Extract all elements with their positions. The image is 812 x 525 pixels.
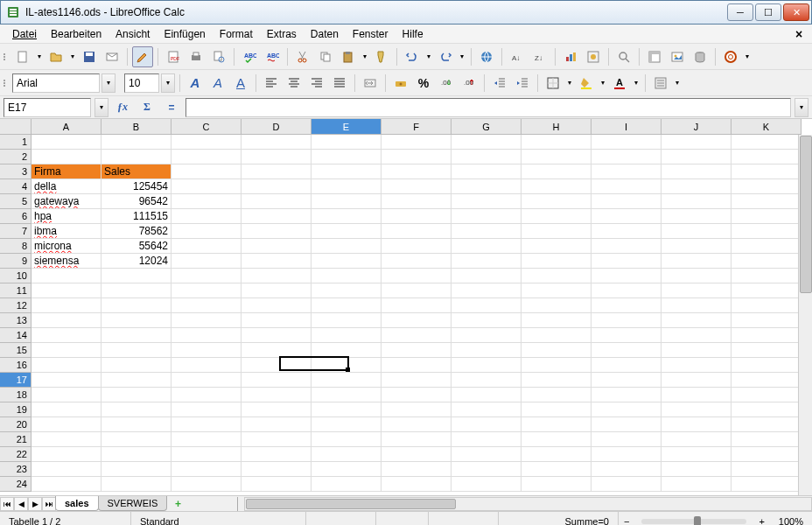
- cell-B6[interactable]: 111515: [102, 209, 172, 224]
- paste-dropdown-icon[interactable]: ▾: [360, 46, 369, 67]
- col-header-J[interactable]: J: [662, 119, 732, 135]
- cell-G3[interactable]: [452, 164, 522, 179]
- row-header-10[interactable]: 10: [0, 269, 32, 284]
- cell-C20[interactable]: [172, 417, 242, 432]
- cell-D6[interactable]: [242, 209, 312, 224]
- cell-D13[interactable]: [242, 313, 312, 328]
- cell-K1[interactable]: [732, 135, 802, 150]
- cell-E22[interactable]: [312, 447, 382, 462]
- cell-C7[interactable]: [172, 224, 242, 239]
- cell-I6[interactable]: [592, 209, 662, 224]
- cell-K15[interactable]: [732, 343, 802, 358]
- currency-icon[interactable]: [390, 73, 411, 94]
- cell-B3[interactable]: Sales: [102, 164, 172, 179]
- cell-H14[interactable]: [522, 328, 592, 343]
- cell-F2[interactable]: [382, 150, 452, 164]
- cell-K13[interactable]: [732, 313, 802, 328]
- cell-E12[interactable]: [312, 298, 382, 313]
- cell-C1[interactable]: [172, 135, 242, 150]
- cell-G7[interactable]: [452, 224, 522, 239]
- cell-I5[interactable]: [592, 194, 662, 209]
- cell-E17[interactable]: [312, 373, 382, 388]
- cell-F10[interactable]: [382, 269, 452, 284]
- add-decimal-icon[interactable]: .00: [436, 73, 457, 94]
- cell-B18[interactable]: [102, 388, 172, 402]
- cell-G14[interactable]: [452, 328, 522, 343]
- cell-J10[interactable]: [662, 269, 732, 284]
- row-header-4[interactable]: 4: [0, 179, 32, 194]
- cell-D3[interactable]: [242, 164, 312, 179]
- font-size-dropdown-icon[interactable]: ▾: [161, 74, 175, 93]
- cell-E16[interactable]: [312, 358, 382, 373]
- cell-H16[interactable]: [522, 358, 592, 373]
- percent-icon[interactable]: %: [413, 73, 434, 94]
- cell-B20[interactable]: [102, 417, 172, 432]
- cell-D5[interactable]: [242, 194, 312, 209]
- status-sum[interactable]: Summe=0: [499, 512, 619, 525]
- cell-K16[interactable]: [732, 358, 802, 373]
- cell-D11[interactable]: [242, 284, 312, 298]
- row-header-2[interactable]: 2: [0, 150, 32, 164]
- cell-I19[interactable]: [592, 402, 662, 417]
- cell-K17[interactable]: [732, 373, 802, 388]
- cell-H22[interactable]: [522, 447, 592, 462]
- cell-I17[interactable]: [592, 373, 662, 388]
- redo-icon[interactable]: [435, 46, 456, 67]
- cell-D1[interactable]: [242, 135, 312, 150]
- new-dropdown-icon[interactable]: ▾: [35, 46, 44, 67]
- cell-C14[interactable]: [172, 328, 242, 343]
- cell-F20[interactable]: [382, 417, 452, 432]
- sort-desc-icon[interactable]: Z↓: [529, 46, 550, 67]
- font-name-dropdown-icon[interactable]: ▾: [102, 74, 116, 93]
- cell-A22[interactable]: [32, 447, 102, 462]
- cell-E18[interactable]: [312, 388, 382, 402]
- col-header-B[interactable]: B: [102, 119, 172, 135]
- cell-D22[interactable]: [242, 447, 312, 462]
- cell-K4[interactable]: [732, 179, 802, 194]
- cell-B1[interactable]: [102, 135, 172, 150]
- cell-K3[interactable]: [732, 164, 802, 179]
- cell-C11[interactable]: [172, 284, 242, 298]
- email-icon[interactable]: [102, 46, 122, 67]
- cell-K9[interactable]: [732, 254, 802, 269]
- cell-F14[interactable]: [382, 328, 452, 343]
- cell-G22[interactable]: [452, 447, 522, 462]
- cell-H18[interactable]: [522, 388, 592, 402]
- font-name-input[interactable]: Arial: [12, 74, 100, 93]
- cell-D21[interactable]: [242, 432, 312, 447]
- print-icon[interactable]: [186, 46, 206, 67]
- cell-K8[interactable]: [732, 239, 802, 254]
- cell-B14[interactable]: [102, 328, 172, 343]
- cell-H17[interactable]: [522, 373, 592, 388]
- cell-D10[interactable]: [242, 269, 312, 284]
- cell-D14[interactable]: [242, 328, 312, 343]
- format-paintbrush-icon[interactable]: [371, 46, 392, 67]
- cell-C2[interactable]: [172, 150, 242, 164]
- cell-B15[interactable]: [102, 343, 172, 358]
- cell-B17[interactable]: [102, 373, 172, 388]
- cell-G16[interactable]: [452, 358, 522, 373]
- row-header-14[interactable]: 14: [0, 328, 32, 343]
- col-header-E[interactable]: E: [312, 119, 382, 135]
- cell-F18[interactable]: [382, 388, 452, 402]
- cell-K20[interactable]: [732, 417, 802, 432]
- row-header-5[interactable]: 5: [0, 194, 32, 209]
- cell-G5[interactable]: [452, 194, 522, 209]
- cell-F6[interactable]: [382, 209, 452, 224]
- cell-E7[interactable]: [312, 224, 382, 239]
- merge-cells-icon[interactable]: [360, 73, 381, 94]
- cell-J23[interactable]: [662, 462, 732, 477]
- cell-G8[interactable]: [452, 239, 522, 254]
- cell-A18[interactable]: [32, 388, 102, 402]
- cell-E11[interactable]: [312, 284, 382, 298]
- cell-G12[interactable]: [452, 298, 522, 313]
- cell-A15[interactable]: [32, 343, 102, 358]
- cell-H2[interactable]: [522, 150, 592, 164]
- menu-ansicht[interactable]: Ansicht: [108, 26, 157, 42]
- cell-A24[interactable]: [32, 477, 102, 492]
- col-header-K[interactable]: K: [732, 119, 802, 135]
- cell-D20[interactable]: [242, 417, 312, 432]
- cell-A13[interactable]: [32, 313, 102, 328]
- cell-I15[interactable]: [592, 343, 662, 358]
- cell-C19[interactable]: [172, 402, 242, 417]
